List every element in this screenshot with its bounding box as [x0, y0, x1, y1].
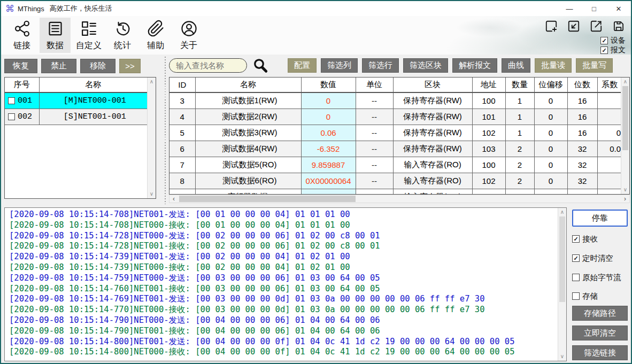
cell-name: 测试数据6(RO): [195, 173, 301, 189]
cell-id: 5: [169, 125, 195, 141]
cell-bit_offset: 0: [534, 157, 567, 173]
scroll-up-icon[interactable]: [558, 208, 566, 216]
cell-value[interactable]: 0: [301, 189, 356, 195]
new-window-icon: [544, 19, 558, 33]
filter-links-button[interactable]: 筛选链接: [572, 345, 628, 360]
cell-address: 103: [472, 141, 505, 157]
search-icon[interactable]: [252, 57, 268, 73]
clear-now-button[interactable]: 立即清空: [572, 326, 628, 340]
data-buttons: 配置筛选列筛选行筛选区块解析报文曲线批量读批量写: [288, 58, 613, 73]
search-input[interactable]: [169, 58, 247, 73]
log-option-checkbox-receive[interactable]: [572, 235, 580, 243]
storage-path-button[interactable]: 存储路径: [572, 306, 628, 321]
toolbar-item-custom[interactable]: 自定义: [73, 18, 105, 53]
cell-block: 保持寄存器(RW): [393, 109, 472, 125]
device-row[interactable]: 002[S]NET001-001: [5, 109, 147, 125]
toolbar-filter-checkboxes: 设备报文: [600, 36, 626, 55]
cell-unit: --: [356, 92, 393, 109]
scrollbar-thumb[interactable]: [179, 196, 356, 202]
new-window-button[interactable]: [544, 19, 558, 35]
log-option-checkbox-auto-clear[interactable]: [572, 254, 580, 262]
device-scrollbar[interactable]: [147, 78, 156, 198]
table-row[interactable]: 8测试数据6(RO)0X00000064--输入寄存器(RO)1022032: [169, 173, 622, 189]
cell-value[interactable]: 0: [301, 92, 356, 109]
device-row-checkbox[interactable]: [8, 113, 15, 120]
scroll-up-icon[interactable]: [148, 78, 156, 86]
log-lines: [2020-09-08 10:15:14-708]NET001-发送: [00 …: [5, 210, 557, 361]
log-scrollbar[interactable]: [558, 208, 566, 361]
dock-button[interactable]: 停靠: [572, 210, 628, 227]
table-row-partial[interactable]: 9变频器数据10--输入寄存器(RO)1044064: [169, 189, 622, 195]
device-row[interactable]: 001[M]NET000-001: [5, 92, 147, 109]
filter-checkbox-device[interactable]: [600, 37, 608, 44]
log-line: [2020-09-08 10:15:14-790]NET000-发送: [00 …: [9, 315, 557, 326]
data-column-header: 单位: [356, 78, 393, 92]
cell-value[interactable]: -6.352: [301, 141, 356, 157]
log-line: [2020-09-08 10:15:14-739]NET000-接收: [00 …: [9, 262, 557, 273]
curve-button[interactable]: 曲线: [502, 58, 530, 73]
remove-button[interactable]: 移除: [80, 59, 115, 73]
save-button[interactable]: [612, 19, 626, 35]
toolbar-item-stats[interactable]: 统计: [107, 18, 138, 53]
close-button[interactable]: ✕: [606, 1, 631, 16]
table-row[interactable]: 3测试数据1(RW)0--保持寄存器(RW)1001016: [169, 92, 622, 109]
cell-name: 测试数据3(RW): [195, 125, 301, 141]
scrollbar-thumb[interactable]: [622, 86, 628, 150]
cell-value[interactable]: 0X00000064: [301, 173, 356, 189]
cell-value[interactable]: 0: [301, 109, 356, 125]
toolbar-item-label: 自定义: [76, 40, 102, 51]
toolbar-right: 设备报文: [544, 19, 626, 55]
cell-id: 7: [169, 157, 195, 173]
table-row[interactable]: 7测试数据5(RO)9.859887--输入寄存器(RO)1002032: [169, 157, 622, 173]
device-column-header: 序号: [5, 78, 39, 92]
toolbar-item-about[interactable]: 关于: [173, 18, 204, 53]
import-button[interactable]: [567, 19, 581, 35]
batch-read-button[interactable]: 批量读: [535, 58, 572, 73]
cell-coefficient: [597, 157, 622, 173]
cell-value[interactable]: 9.859887: [301, 157, 356, 173]
scroll-left-icon[interactable]: [170, 195, 178, 203]
table-row[interactable]: 4测试数据2(RW)0--保持寄存器(RW)1011016: [169, 109, 622, 125]
filter-block-button[interactable]: 筛选区块: [403, 58, 448, 73]
data-table: ID名称数值单位区块地址数量位偏移位数系数 3测试数据1(RW)0--保持寄存器…: [169, 78, 622, 195]
maximize-button[interactable]: □: [582, 1, 606, 16]
table-row[interactable]: 6测试数据4(RW)-6.352--保持寄存器(RW)10320320.0: [169, 141, 622, 157]
scrollbar-thumb[interactable]: [559, 216, 565, 302]
device-list: 序号名称 001[M]NET000-001002[S]NET001-001: [4, 77, 156, 199]
config-button[interactable]: 配置: [288, 58, 317, 73]
batch-write-button[interactable]: 批量写: [576, 58, 613, 73]
log-option-checkbox-store[interactable]: [572, 292, 580, 300]
export-button[interactable]: [589, 19, 603, 35]
scroll-down-icon[interactable]: [621, 186, 629, 193]
data-grid-hscrollbar[interactable]: [169, 195, 630, 203]
toolbar-item-assist[interactable]: 辅助: [140, 18, 171, 53]
table-row[interactable]: 5测试数据3(RW)0.06--保持寄存器(RW)10210160: [169, 125, 622, 141]
cell-unit: --: [356, 157, 393, 173]
expand-button[interactable]: >>: [119, 59, 141, 73]
device-row-name: [S]NET001-001: [39, 109, 147, 125]
filter-checkbox-frame[interactable]: [600, 47, 608, 54]
cell-value[interactable]: 0.06: [301, 125, 356, 141]
restore-button[interactable]: 恢复: [4, 59, 37, 73]
scroll-down-icon[interactable]: [148, 190, 156, 198]
log-option-checkbox-raw-bytes[interactable]: [572, 274, 580, 281]
cell-block: 保持寄存器(RW): [393, 141, 472, 157]
data-grid-scrollbar[interactable]: [621, 78, 629, 194]
scroll-right-icon[interactable]: [621, 195, 629, 203]
cell-quantity: 2: [505, 141, 534, 157]
toolbar-item-link[interactable]: 链接: [6, 18, 37, 53]
device-row-checkbox[interactable]: [8, 97, 15, 104]
panel-splitter[interactable]: [163, 57, 167, 204]
filter-row-button[interactable]: 筛选行: [362, 58, 399, 73]
paperclip-icon: [147, 20, 165, 40]
data-grid: ID名称数值单位区块地址数量位偏移位数系数 3测试数据1(RW)0--保持寄存器…: [169, 77, 630, 195]
cell-coefficient: [597, 109, 622, 125]
toolbar-item-data[interactable]: 数据: [40, 18, 71, 53]
disable-button[interactable]: 禁止: [41, 59, 76, 73]
parse-frame-button[interactable]: 解析报文: [452, 58, 497, 73]
scroll-down-icon[interactable]: [558, 353, 566, 360]
scroll-up-icon[interactable]: [621, 78, 629, 86]
filter-col-button[interactable]: 筛选列: [321, 58, 358, 73]
log-line: [2020-09-08 10:15:14-739]NET001-发送: [00 …: [9, 252, 557, 262]
minimize-button[interactable]: —: [557, 1, 582, 16]
